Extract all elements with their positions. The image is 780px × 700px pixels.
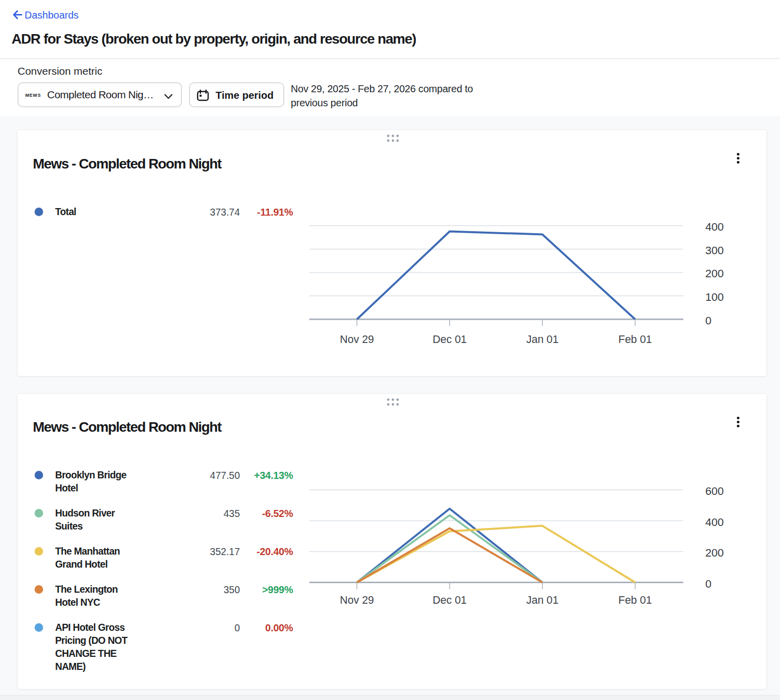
svg-text:0: 0 <box>705 314 711 327</box>
svg-text:0: 0 <box>705 578 711 590</box>
svg-text:Dec 01: Dec 01 <box>433 594 467 606</box>
svg-text:Jan 01: Jan 01 <box>526 333 559 345</box>
svg-text:200: 200 <box>705 267 724 280</box>
svg-text:Feb 01: Feb 01 <box>619 594 652 606</box>
svg-text:400: 400 <box>705 221 724 233</box>
svg-text:200: 200 <box>705 547 724 559</box>
svg-text:100: 100 <box>705 291 724 303</box>
svg-text:Nov 29: Nov 29 <box>340 594 374 606</box>
svg-text:400: 400 <box>705 516 724 529</box>
svg-text:600: 600 <box>705 485 724 497</box>
svg-text:300: 300 <box>705 244 724 257</box>
svg-text:Nov 29: Nov 29 <box>340 333 374 345</box>
svg-text:Jan 01: Jan 01 <box>526 594 559 606</box>
svg-text:Dec 01: Dec 01 <box>433 333 467 345</box>
svg-text:Feb 01: Feb 01 <box>619 333 652 345</box>
